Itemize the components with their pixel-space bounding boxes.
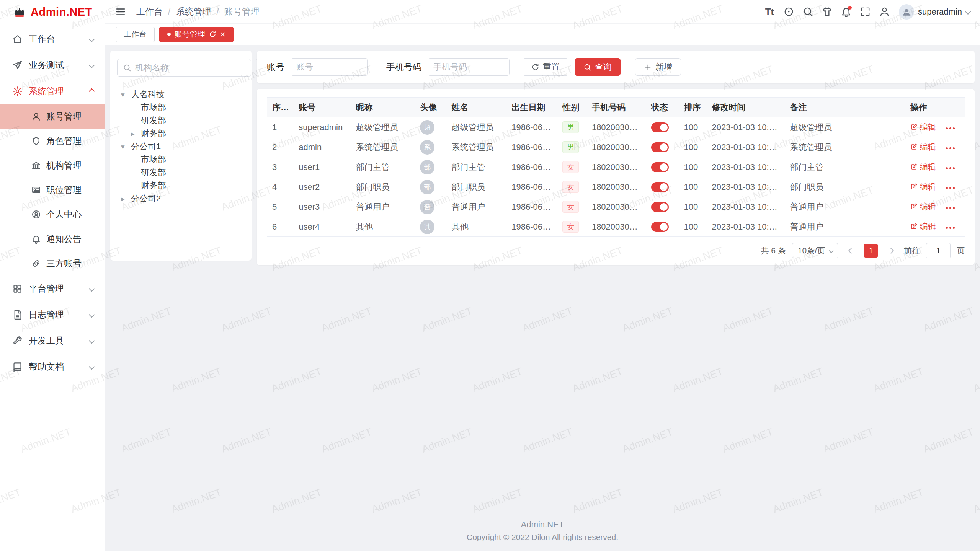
notification-bell-icon[interactable] bbox=[838, 3, 854, 20]
tree-node[interactable]: ▸分公司2 bbox=[117, 192, 245, 205]
tree-node[interactable]: ▾分公司1 bbox=[117, 140, 245, 153]
sidebar-item-position-management[interactable]: 职位管理 bbox=[0, 178, 105, 202]
goto-page-input[interactable] bbox=[926, 243, 951, 258]
sidebar-item-label: 角色管理 bbox=[46, 135, 82, 147]
edit-button[interactable]: 编辑 bbox=[910, 142, 936, 152]
chevron-up-icon bbox=[89, 88, 95, 94]
account-label: 账号 bbox=[267, 61, 284, 73]
sidebar-item-platform-management[interactable]: 平台管理 bbox=[0, 276, 105, 302]
sidebar: Admin.NET 工作台 业务测试 系统管理 账号管理 角色管理 机构管理 bbox=[0, 0, 105, 551]
sidebar-item-business-test[interactable]: 业务测试 bbox=[0, 52, 105, 78]
fullscreen-icon[interactable] bbox=[857, 3, 874, 20]
more-actions-button[interactable] bbox=[944, 127, 955, 129]
tree-node[interactable]: 市场部 bbox=[117, 153, 245, 166]
avatar: 超 bbox=[420, 120, 434, 135]
grid-icon bbox=[12, 284, 23, 294]
plus-icon bbox=[644, 63, 652, 71]
logo[interactable]: Admin.NET bbox=[0, 0, 105, 24]
sidebar-item-workbench[interactable]: 工作台 bbox=[0, 26, 105, 52]
goto-label: 前往 bbox=[904, 245, 920, 256]
status-toggle[interactable] bbox=[651, 122, 669, 132]
tree-node[interactable]: 市场部 bbox=[117, 101, 245, 114]
status-toggle[interactable] bbox=[651, 142, 669, 152]
tree-node[interactable]: ▾大名科技 bbox=[117, 88, 245, 101]
tab-workbench[interactable]: 工作台 bbox=[116, 27, 155, 42]
sex-badge: 女 bbox=[562, 161, 579, 173]
tab-label: 账号管理 bbox=[175, 29, 205, 39]
main-area: 工作台 / 系统管理 / 账号管理 Tt superadmin 工作台 bbox=[105, 0, 980, 551]
component-size-icon[interactable] bbox=[780, 3, 797, 20]
sidebar-item-system-management[interactable]: 系统管理 bbox=[0, 78, 105, 104]
more-actions-button[interactable] bbox=[944, 227, 955, 229]
status-toggle[interactable] bbox=[651, 182, 669, 192]
more-actions-button[interactable] bbox=[944, 187, 955, 189]
edit-button[interactable]: 编辑 bbox=[910, 122, 936, 132]
accounts-table-panel: 序号 账号 昵称 头像 姓名 出生日期 性别 手机号码 状态 排序 修改时间 备… bbox=[257, 89, 975, 265]
add-button[interactable]: 新增 bbox=[635, 58, 681, 76]
org-search-input[interactable] bbox=[135, 63, 245, 73]
status-toggle[interactable] bbox=[651, 162, 669, 172]
sidebar-item-role-management[interactable]: 角色管理 bbox=[0, 129, 105, 153]
org-tree-panel: ▾大名科技 市场部 研发部 ▸财务部 ▾分公司1 市场部 研发部 财务部 ▸分公… bbox=[110, 51, 252, 261]
edit-button[interactable]: 编辑 bbox=[910, 201, 936, 212]
next-page-button[interactable] bbox=[884, 244, 898, 258]
sidebar-item-account-management[interactable]: 账号管理 bbox=[0, 104, 105, 129]
topbar: 工作台 / 系统管理 / 账号管理 Tt superadmin bbox=[105, 0, 980, 24]
user-menu[interactable]: superadmin bbox=[899, 4, 970, 20]
column-header: 账号 bbox=[293, 98, 350, 117]
search-icon[interactable] bbox=[799, 3, 816, 20]
org-search-field[interactable] bbox=[117, 59, 251, 77]
edit-button[interactable]: 编辑 bbox=[910, 221, 936, 232]
status-toggle[interactable] bbox=[651, 222, 669, 232]
phone-input[interactable] bbox=[428, 58, 510, 76]
accounts-table: 序号 账号 昵称 头像 姓名 出生日期 性别 手机号码 状态 排序 修改时间 备… bbox=[267, 97, 965, 237]
reset-button[interactable]: 重置 bbox=[523, 58, 568, 76]
table-row: 2 admin 系统管理员 系 系统管理员 1986-06-28 男 18020… bbox=[267, 137, 965, 157]
page-unit-label: 页 bbox=[957, 245, 965, 256]
tree-node[interactable]: 财务部 bbox=[117, 179, 245, 192]
tab-account-management[interactable]: 账号管理 × bbox=[159, 27, 234, 42]
hamburger-menu-icon[interactable] bbox=[115, 6, 126, 18]
edit-button[interactable]: 编辑 bbox=[910, 161, 936, 172]
more-actions-button[interactable] bbox=[944, 207, 955, 209]
more-actions-button[interactable] bbox=[944, 167, 955, 169]
avatar: 部 bbox=[420, 160, 434, 174]
tree-node[interactable]: 研发部 bbox=[117, 114, 245, 127]
sidebar-item-thirdparty-account[interactable]: 三方账号 bbox=[0, 251, 105, 276]
edit-button[interactable]: 编辑 bbox=[910, 181, 936, 192]
user-icon bbox=[31, 112, 41, 121]
book-icon bbox=[12, 362, 23, 372]
pagination: 共 6 条 10条/页 1 前往 页 bbox=[267, 243, 965, 258]
account-input[interactable] bbox=[291, 58, 368, 76]
breadcrumb-item[interactable]: 工作台 bbox=[136, 6, 163, 18]
document-icon bbox=[12, 310, 23, 320]
breadcrumb-item[interactable]: 系统管理 bbox=[176, 6, 211, 18]
status-toggle[interactable] bbox=[651, 202, 669, 212]
tree-node[interactable]: 研发部 bbox=[117, 166, 245, 179]
sidebar-item-help-docs[interactable]: 帮助文档 bbox=[0, 354, 105, 380]
page-number-button[interactable]: 1 bbox=[864, 244, 878, 258]
breadcrumb-separator: / bbox=[216, 7, 219, 17]
gear-icon bbox=[12, 86, 23, 96]
close-icon[interactable]: × bbox=[220, 30, 225, 39]
shield-icon bbox=[31, 136, 41, 146]
sidebar-item-label: 个人中心 bbox=[46, 209, 82, 220]
font-size-icon[interactable]: Tt bbox=[761, 3, 778, 20]
theme-skin-icon[interactable] bbox=[818, 3, 835, 20]
search-button[interactable]: 查询 bbox=[575, 58, 621, 76]
sidebar-item-log-management[interactable]: 日志管理 bbox=[0, 302, 105, 328]
sidebar-item-dev-tools[interactable]: 开发工具 bbox=[0, 328, 105, 354]
more-actions-button[interactable] bbox=[944, 147, 955, 149]
refresh-icon[interactable] bbox=[209, 31, 216, 38]
edit-icon bbox=[910, 143, 918, 150]
edit-icon bbox=[910, 183, 918, 190]
user-profile-icon[interactable] bbox=[876, 3, 893, 20]
sidebar-item-notice[interactable]: 通知公告 bbox=[0, 227, 105, 251]
sidebar-item-personal-center[interactable]: 个人中心 bbox=[0, 202, 105, 227]
prev-page-button[interactable] bbox=[844, 244, 858, 258]
breadcrumb: 工作台 / 系统管理 / 账号管理 bbox=[136, 6, 260, 18]
sidebar-item-org-management[interactable]: 机构管理 bbox=[0, 153, 105, 178]
logo-text: Admin.NET bbox=[31, 6, 92, 18]
page-size-select[interactable]: 10条/页 bbox=[792, 243, 838, 258]
tree-node[interactable]: ▸财务部 bbox=[117, 127, 245, 140]
